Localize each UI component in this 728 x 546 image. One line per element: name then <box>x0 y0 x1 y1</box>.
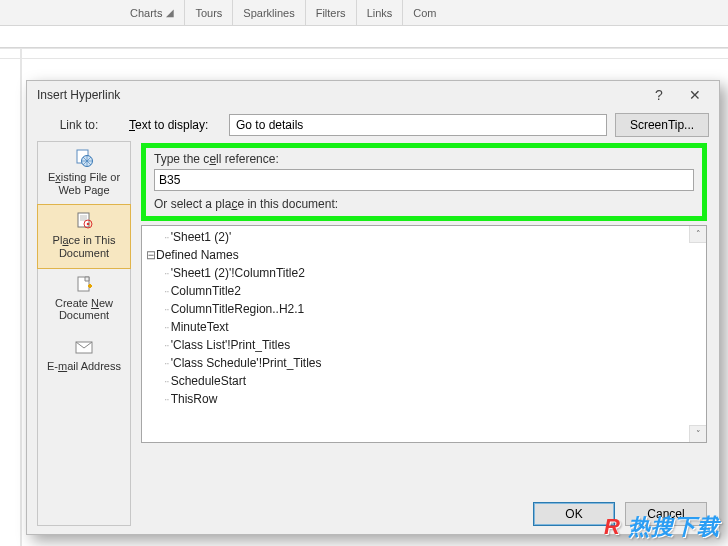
sidebar-item-label: E-mail Address <box>47 360 121 373</box>
cell-reference-input[interactable] <box>154 169 694 191</box>
highlighted-region: Type the cell reference: Or select a pla… <box>141 143 707 221</box>
ribbon: Charts◢ Tours Sparklines Filters Links C… <box>0 0 728 26</box>
sidebar-item-label: Create New Document <box>40 297 128 322</box>
tree-item[interactable]: 'Sheet1 (2)'!ColumnTitle2 <box>146 264 702 282</box>
new-document-icon <box>74 274 94 294</box>
insert-hyperlink-dialog: Insert Hyperlink ? ✕ Link to: Text to di… <box>26 80 720 535</box>
cancel-button[interactable]: Cancel <box>625 502 707 526</box>
screentip-button[interactable]: ScreenTip... <box>615 113 709 137</box>
tree-item[interactable]: 'Sheet1 (2)' <box>146 228 702 246</box>
tree-item[interactable]: ColumnTitle2 <box>146 282 702 300</box>
ribbon-group-tours[interactable]: Tours <box>185 0 233 25</box>
help-button[interactable]: ? <box>641 84 677 106</box>
ribbon-group-filters[interactable]: Filters <box>306 0 357 25</box>
dialog-top-row: Link to: Text to display: ScreenTip... <box>27 109 719 141</box>
chevron-down-icon: ˅ <box>696 429 701 439</box>
text-to-display-input[interactable] <box>229 114 607 136</box>
tree-item[interactable]: 'Class Schedule'!Print_Titles <box>146 354 702 372</box>
sidebar-item-label: Place in This Document <box>40 234 128 259</box>
dialog-button-row: OK Cancel <box>533 502 707 526</box>
document-places-tree[interactable]: ˄ 'Sheet1 (2)' ⊟Defined Names 'Sheet1 (2… <box>141 225 707 443</box>
dialog-launcher-icon[interactable]: ◢ <box>162 7 174 18</box>
tree-item[interactable]: 'Class List'!Print_Titles <box>146 336 702 354</box>
sidebar-item-create-new[interactable]: Create New Document <box>38 268 130 331</box>
tree-item[interactable]: ⊟Defined Names <box>146 246 702 264</box>
svg-point-4 <box>87 223 90 226</box>
tree-item[interactable]: ThisRow <box>146 390 702 408</box>
dialog-title: Insert Hyperlink <box>37 88 641 102</box>
email-icon <box>74 337 94 357</box>
text-to-display-label: Text to display: <box>129 118 221 132</box>
dialog-titlebar[interactable]: Insert Hyperlink ? ✕ <box>27 81 719 109</box>
link-to-sidebar: Existing File or Web Page Place in This … <box>37 141 131 526</box>
cell-reference-label: Type the cell reference: <box>154 152 694 166</box>
help-icon: ? <box>655 87 663 103</box>
ribbon-group-sparklines[interactable]: Sparklines <box>233 0 305 25</box>
ribbon-group-comments[interactable]: Com <box>403 0 446 25</box>
scroll-down-button[interactable]: ˅ <box>689 425 706 442</box>
link-to-label: Link to: <box>37 118 121 132</box>
ok-button[interactable]: OK <box>533 502 615 526</box>
tree-item[interactable]: MinuteText <box>146 318 702 336</box>
close-icon: ✕ <box>689 87 701 103</box>
ribbon-group-links[interactable]: Links <box>357 0 404 25</box>
sidebar-item-email[interactable]: E-mail Address <box>38 331 130 382</box>
sidebar-item-existing-file[interactable]: Existing File or Web Page <box>38 142 130 205</box>
dialog-main-panel: Type the cell reference: Or select a pla… <box>131 141 719 536</box>
sidebar-item-label: Existing File or Web Page <box>40 171 128 196</box>
chevron-up-icon: ˄ <box>696 229 701 239</box>
ribbon-group-charts[interactable]: Charts◢ <box>120 0 185 25</box>
close-button[interactable]: ✕ <box>677 84 713 106</box>
sidebar-item-place-in-doc[interactable]: Place in This Document <box>37 204 131 268</box>
scroll-up-button[interactable]: ˄ <box>689 226 706 243</box>
globe-file-icon <box>74 148 94 168</box>
select-place-label: Or select a place in this document: <box>154 197 694 211</box>
formula-bar[interactable] <box>0 26 728 48</box>
tree-item[interactable]: ScheduleStart <box>146 372 702 390</box>
collapse-icon[interactable]: ⊟ <box>146 246 156 264</box>
document-target-icon <box>74 211 94 231</box>
tree-item[interactable]: ColumnTitleRegion..H2.1 <box>146 300 702 318</box>
